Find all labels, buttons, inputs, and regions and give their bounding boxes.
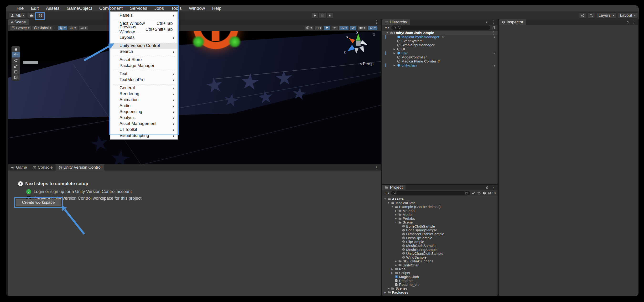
- menubar-item-window[interactable]: Window: [185, 5, 209, 12]
- window-menu-item-unity-version-control[interactable]: Unity Version Control: [110, 43, 178, 49]
- menubar-item-services[interactable]: Services: [126, 5, 151, 12]
- project-row-packages[interactable]: ▶Packages: [382, 290, 498, 294]
- cloud-services-button[interactable]: [27, 12, 35, 18]
- play-button[interactable]: [311, 12, 318, 18]
- foldout-closed-icon[interactable]: ▶: [394, 210, 397, 212]
- chevron-right-icon[interactable]: ›: [494, 64, 495, 67]
- kebab-icon[interactable]: ⋮: [632, 20, 636, 24]
- window-menu-item-asset-management[interactable]: Asset Management›: [110, 121, 178, 127]
- package-filter-icon[interactable]: [472, 191, 476, 195]
- gizmo-cone[interactable]: [354, 48, 358, 54]
- search-button[interactable]: [588, 12, 595, 18]
- foldout-open-icon[interactable]: ▼: [386, 32, 389, 34]
- scene-tool-fx-icon-button[interactable]: ▾: [339, 26, 349, 30]
- project-row-meshspringsample[interactable]: MeshSpringSample: [382, 248, 498, 252]
- foldout-closed-icon[interactable]: ▶: [394, 213, 397, 216]
- foldout-closed-icon[interactable]: ▶: [392, 48, 396, 50]
- window-menu-item-previous-window[interactable]: Previous WindowCtrl+Shift+Tab: [110, 26, 178, 32]
- gizmo-y-cone[interactable]: [356, 34, 361, 40]
- menubar-item-file[interactable]: File: [13, 5, 28, 12]
- foldout-closed-icon[interactable]: ▶: [384, 291, 387, 294]
- kebab-icon[interactable]: ⋮: [491, 185, 495, 190]
- project-row-windsample[interactable]: WindSample: [382, 255, 498, 259]
- foldout-closed-icon[interactable]: ▶: [394, 260, 397, 262]
- window-menu-item-package-manager[interactable]: Package Manager: [110, 63, 178, 69]
- window-menu-item-textmeshpro[interactable]: TextMeshPro›: [110, 77, 178, 83]
- menubar-item-help[interactable]: Help: [208, 5, 225, 12]
- star-icon[interactable]: ☆: [441, 35, 444, 39]
- foldout-open-icon[interactable]: ▼: [391, 206, 394, 208]
- menubar-item-assets[interactable]: Assets: [42, 5, 63, 12]
- foldout-closed-icon[interactable]: ▶: [391, 268, 394, 270]
- scene-tool-render-sphere-icon-button[interactable]: ▾: [304, 26, 314, 30]
- hierarchy-search-input[interactable]: All: [392, 26, 490, 30]
- open-new-icon[interactable]: [492, 26, 496, 29]
- scene-tool-bulb-icon-button[interactable]: [324, 26, 330, 30]
- orientation-gizmo[interactable]: y x z: [343, 32, 374, 65]
- project-row-example-can-be-deleted[interactable]: ▼Example (Can be deleted): [382, 205, 498, 209]
- foldout-open-icon[interactable]: ▼: [384, 198, 387, 200]
- hierarchy-row-ui[interactable]: ▶UI: [382, 47, 498, 51]
- foldout-closed-icon[interactable]: ▶: [394, 217, 397, 220]
- scene-tool-center-pivot-icon-button[interactable]: Center▾: [10, 26, 31, 30]
- gizmo-x-cone[interactable]: [348, 36, 355, 44]
- project-row-prefabs[interactable]: ▶Prefabs: [382, 216, 498, 220]
- scene-tool-2d-button[interactable]: 2D: [314, 26, 322, 30]
- window-menu-item-sequencing[interactable]: Sequencing›: [110, 109, 178, 115]
- window-menu-item-asset-store[interactable]: Asset Store: [110, 57, 178, 63]
- project-search-input[interactable]: [391, 191, 470, 195]
- project-row-distancedisablesample[interactable]: DistanceDisableSample: [382, 232, 498, 236]
- project-row-bonespringsample[interactable]: BoneSpringSample: [382, 228, 498, 232]
- tab-scene[interactable]: # Scene: [8, 19, 29, 25]
- tab-hierarchy[interactable]: Hierarchy: [382, 19, 410, 25]
- project-row-scripts[interactable]: ▶Scripts: [382, 271, 498, 275]
- lock-open-icon[interactable]: [626, 20, 630, 24]
- hierarchy-row-unitychan[interactable]: ▶unitychan›: [382, 63, 498, 67]
- project-row-readme[interactable]: Readme: [382, 278, 498, 282]
- project-row-dressupsample[interactable]: DressUpSample: [382, 236, 498, 240]
- layers-dropdown[interactable]: Layers ▾: [596, 12, 616, 18]
- project-row-flipsample[interactable]: FlipSample: [382, 240, 498, 244]
- hierarchy-row-unitychanclothsample[interactable]: ▼UnityChanClothSample⋮: [382, 31, 498, 35]
- project-row-readme-en[interactable]: Readme_en: [382, 283, 498, 286]
- project-row-boneclothsample[interactable]: BoneClothSample: [382, 224, 498, 228]
- transform-tool-button[interactable]: [12, 75, 20, 81]
- foldout-closed-icon[interactable]: ▶: [394, 264, 397, 266]
- gizmo-z-cone[interactable]: [346, 45, 355, 54]
- window-menu-item-visual-scripting[interactable]: Visual Scripting›: [110, 133, 178, 138]
- tab-inspector[interactable]: Inspector: [499, 19, 526, 25]
- scene-viewport[interactable]: y x z < Persp: [8, 31, 381, 164]
- menubar-item-component[interactable]: Component: [96, 5, 126, 12]
- project-row-unitychan[interactable]: ▶UnityChan: [382, 263, 498, 267]
- move-tool-button[interactable]: [12, 52, 20, 58]
- alert-icon[interactable]: [482, 191, 486, 195]
- project-row-scenes[interactable]: ▶Scenes: [382, 286, 498, 290]
- gizmo-cone[interactable]: [360, 40, 368, 47]
- add-asset-button[interactable]: ＋▾: [384, 190, 390, 196]
- project-row-unitychanclothsample[interactable]: UnityChanClothSample: [382, 252, 498, 255]
- tag-icon[interactable]: [477, 191, 481, 195]
- hierarchy-row-magicaphysicsmanager[interactable]: MagicaPhysicsManager☆›: [382, 35, 498, 39]
- project-row-model[interactable]: ▶Model: [382, 212, 498, 216]
- scale-tool-button[interactable]: [12, 64, 20, 69]
- project-row-scene[interactable]: ▼Scene: [382, 220, 498, 224]
- project-row-meshclothsample[interactable]: MeshClothSample: [382, 244, 498, 248]
- menubar-item-jobs[interactable]: Jobs: [151, 5, 168, 12]
- scene-tool-snap-grid-icon-button[interactable]: y▾: [58, 26, 67, 30]
- step-button[interactable]: [326, 12, 334, 18]
- rotate-tool-button[interactable]: [12, 58, 20, 64]
- camera-projection-label[interactable]: < Persp: [360, 62, 374, 66]
- window-menu-item-layouts[interactable]: Layouts›: [110, 34, 178, 40]
- project-row-assets[interactable]: ▼Assets: [382, 197, 498, 201]
- tab-project[interactable]: Project: [382, 185, 406, 190]
- project-row-sd-kohaku-chanz[interactable]: ▶SD_Kohaku_chanz: [382, 259, 498, 263]
- foldout-open-icon[interactable]: ▼: [394, 221, 397, 224]
- account-button[interactable]: MB ▾: [9, 12, 26, 18]
- create-workspace-button[interactable]: Create workspace: [16, 199, 61, 206]
- open-new-icon[interactable]: [465, 192, 468, 195]
- gizmo-cone[interactable]: [360, 46, 366, 54]
- kebab-icon[interactable]: ⋮: [491, 20, 495, 24]
- hierarchy-row-simpleinputmanager[interactable]: SimpleInputManager: [382, 43, 498, 47]
- layout-dropdown[interactable]: Layout ▾: [618, 12, 638, 18]
- foldout-open-icon[interactable]: ▼: [387, 202, 390, 204]
